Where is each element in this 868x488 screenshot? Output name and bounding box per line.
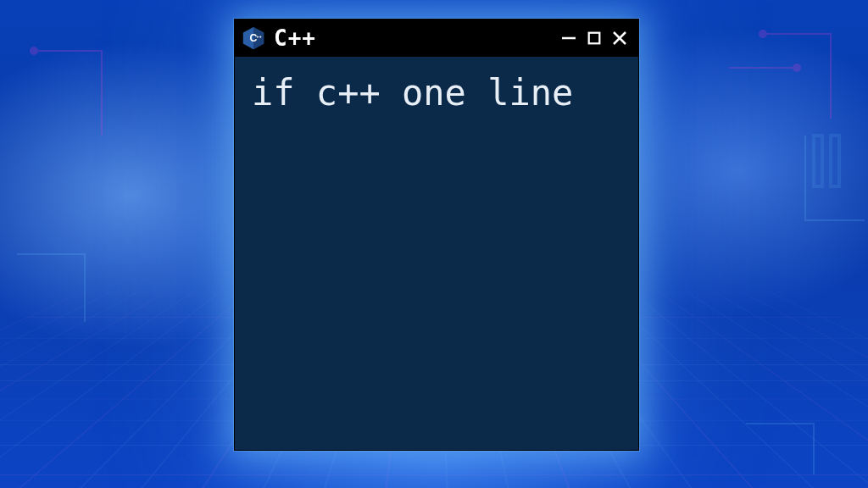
maximize-button[interactable] (584, 28, 604, 48)
svg-point-2 (31, 47, 37, 54)
terminal-window: C ++ C++ if c++ one line (234, 19, 639, 451)
svg-rect-3 (814, 136, 822, 186)
window-controls (559, 28, 630, 48)
terminal-content[interactable]: if c++ one line (235, 57, 638, 130)
svg-rect-4 (831, 136, 839, 186)
svg-point-0 (760, 30, 766, 37)
svg-rect-10 (589, 33, 600, 44)
minimize-button[interactable] (559, 28, 579, 48)
close-button[interactable] (609, 28, 630, 48)
svg-point-1 (793, 64, 800, 71)
cpp-logo-icon: C ++ (240, 25, 267, 52)
svg-text:++: ++ (256, 34, 262, 39)
titlebar[interactable]: C ++ C++ (235, 19, 638, 57)
window-title: C++ (274, 25, 552, 51)
